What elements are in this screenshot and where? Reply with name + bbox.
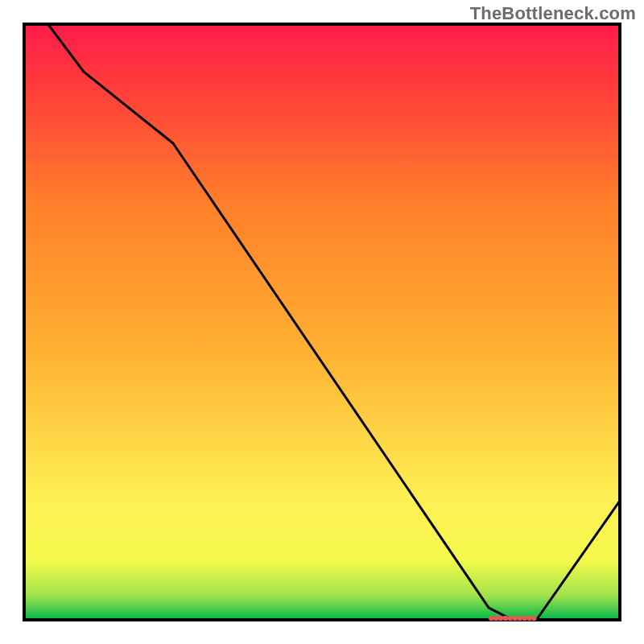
optimal-marker-dot: [531, 616, 536, 621]
optimal-marker-dot: [489, 616, 493, 621]
optimal-marker-dot: [498, 616, 503, 621]
optimal-marker-dot: [493, 616, 498, 621]
optimal-marker-dot: [522, 616, 526, 621]
optimal-marker-dot: [508, 616, 513, 621]
chart-stage: TheBottleneck.com: [0, 0, 644, 644]
optimal-marker-dot: [503, 616, 508, 621]
optimal-marker-dot: [526, 616, 531, 621]
optimal-marker-dot: [518, 616, 522, 621]
bottleneck-chart: [0, 0, 644, 644]
plot-heat-fill: [24, 24, 620, 620]
optimal-marker-dot: [513, 616, 518, 621]
